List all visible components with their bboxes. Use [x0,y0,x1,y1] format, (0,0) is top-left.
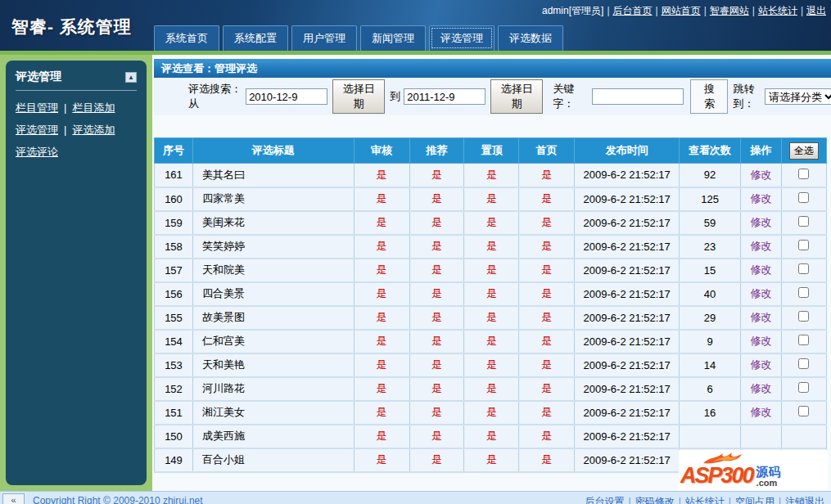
cell-time: 2009-6-2 21:52:17 [575,448,680,472]
separator: | [779,496,781,504]
cell-id: 155 [155,306,193,330]
footer-link[interactable]: 后台设置 [585,496,625,504]
cell-flag: 是 [354,187,409,211]
table-row: 152河川路花是是是是2009-6-2 21:52:176修改 [155,377,827,401]
tab-评选数据[interactable]: 评选数据 [498,25,563,51]
edit-link[interactable]: 修改 [751,382,772,394]
cell-id: 153 [155,353,193,377]
select-all-button[interactable]: 全选 [789,142,819,160]
user-link[interactable]: 智睿网站 [710,5,749,16]
table-wrap: 序号评选标题审核推荐置顶首页发布时间查看次数操作全选 161美其名曰是是是是20… [154,137,831,473]
tab-用户管理[interactable]: 用户管理 [291,25,357,51]
tab-新闻管理[interactable]: 新闻管理 [360,25,426,51]
edit-link[interactable]: 修改 [751,240,772,252]
cell-select [781,164,826,187]
cell-flag: 是 [519,259,575,282]
content-area: 评选查看：管理评选 评选搜索：从 选择日期 到 选择日期 关键字： 搜索 跳转到… [152,55,831,491]
cell-views: 59 [680,211,741,235]
pick-date-to-button[interactable]: 选择日期 [490,79,543,114]
cell-title: 天和院美 [192,259,354,282]
cell-title: 笑笑婷婷 [192,235,354,259]
row-checkbox[interactable] [798,169,809,179]
edit-link[interactable]: 修改 [751,406,772,418]
cell-views: 16 [680,401,741,425]
row-checkbox[interactable] [798,263,809,274]
edit-link[interactable]: 修改 [751,311,772,323]
footer: « Copyright Right © 2009-2010 zhirui.net… [0,491,831,504]
cell-flag: 是 [464,306,519,330]
row-checkbox[interactable] [798,287,809,298]
column-header: 序号 [155,138,193,164]
cell-flag: 是 [519,282,575,306]
top-header: 智睿- 系统管理 admin[管理员]|后台首页|网站首页|智睿网站|站长统计|… [0,0,831,51]
cell-flag: 是 [409,353,464,377]
row-checkbox[interactable] [798,311,809,322]
edit-link[interactable]: 修改 [751,358,772,371]
row-checkbox[interactable] [798,216,809,227]
row-checkbox[interactable] [798,335,809,345]
tab-系统首页[interactable]: 系统首页 [154,25,219,51]
user-link[interactable]: 退出 [806,5,826,16]
search-prefix-label: 评选搜索：从 [188,82,242,111]
sidebar-link[interactable]: 栏目添加 [72,101,115,114]
sidebar-link[interactable]: 评选管理 [16,124,58,136]
column-header: 审核 [354,138,409,164]
date-from-input[interactable] [246,88,327,105]
footer-link[interactable]: 注销退出 [785,496,824,504]
user-link[interactable]: 网站首页 [662,5,701,16]
row-checkbox[interactable] [798,358,809,369]
cell-flag: 是 [464,235,519,259]
date-to-input[interactable] [404,88,486,105]
keyword-input[interactable] [592,88,684,105]
edit-link[interactable]: 修改 [751,192,772,205]
cell-flag: 是 [519,211,575,235]
cell-flag: 是 [409,377,464,401]
separator: | [607,5,609,16]
footer-link[interactable]: 站长统计 [685,496,725,504]
sidebar-collapse-button[interactable]: « [2,493,25,504]
tab-评选管理[interactable]: 评选管理 [429,25,495,51]
cell-id: 161 [155,164,193,187]
row-checkbox[interactable] [798,406,809,416]
tab-系统配置[interactable]: 系统配置 [223,25,288,51]
sidebar-link[interactable]: 评选添加 [72,124,115,136]
row-checkbox[interactable] [798,192,809,203]
keyword-label: 关键字： [553,82,589,111]
selection-table: 序号评选标题审核推荐置顶首页发布时间查看次数操作全选 161美其名曰是是是是20… [154,137,827,473]
user-link[interactable]: 站长统计 [758,5,797,16]
sidebar-link[interactable]: 评选评论 [16,146,58,158]
panel-collapse-icon[interactable]: ▲ [125,72,137,83]
edit-link[interactable]: 修改 [751,335,772,347]
cell-flag: 是 [354,377,409,401]
cell-title: 百合小姐 [192,448,354,472]
cell-time: 2009-6-2 21:52:17 [575,187,680,211]
cell-select [781,401,826,425]
pick-date-from-button[interactable]: 选择日期 [332,79,385,114]
watermark-logo: ASP300 源码 .com [679,450,828,494]
cell-flag: 是 [409,306,464,330]
edit-link[interactable]: 修改 [751,216,772,228]
table-header-row: 序号评选标题审核推荐置顶首页发布时间查看次数操作全选 [155,138,827,164]
cell-flag: 是 [464,259,519,282]
cell-flag: 是 [354,282,409,306]
copyright-text: Copyright Right © 2009-2010 zhirui.net [33,495,203,504]
separator: | [752,5,755,16]
edit-link[interactable]: 修改 [751,287,772,299]
cell-flag: 是 [519,306,575,330]
user-link[interactable]: 后台首页 [613,5,653,16]
sidebar-link-row: 评选管理|评选添加 [16,119,137,141]
edit-link[interactable]: 修改 [751,169,772,181]
footer-link[interactable]: 空间占用 [735,496,775,504]
cell-id: 150 [155,425,193,448]
cell-id: 159 [155,211,193,235]
cell-action: 修改 [741,401,782,425]
category-select[interactable]: 请选择分类 [765,88,831,105]
edit-link[interactable]: 修改 [751,263,772,276]
table-row: 161美其名曰是是是是2009-6-2 21:52:1792修改 [155,164,827,187]
row-checkbox[interactable] [798,240,809,250]
sidebar-link[interactable]: 栏目管理 [16,101,58,114]
search-button[interactable]: 搜索 [690,79,728,114]
row-checkbox[interactable] [798,382,809,393]
footer-link[interactable]: 密码修改 [635,496,675,504]
cell-id: 157 [155,259,193,282]
